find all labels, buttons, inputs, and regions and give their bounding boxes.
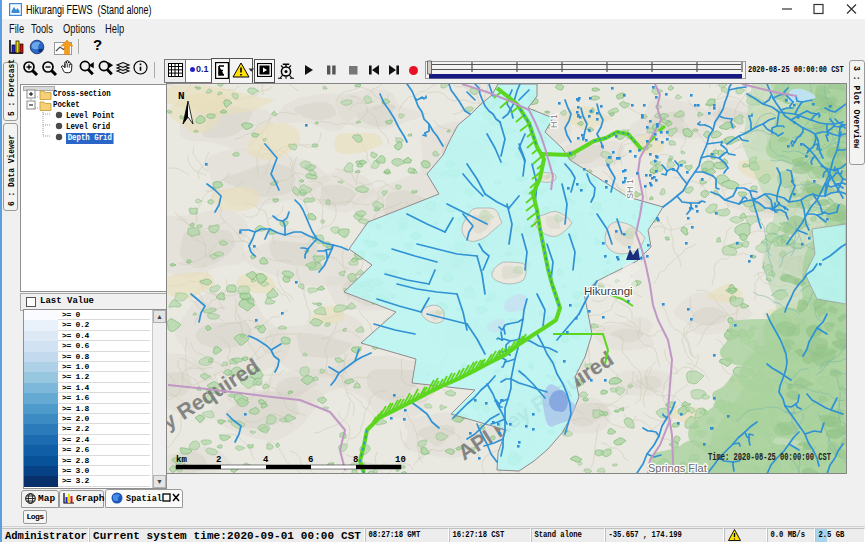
svg-text:8: 8 xyxy=(353,455,358,465)
svg-text:km: km xyxy=(176,455,187,465)
svg-text:10: 10 xyxy=(395,455,406,465)
svg-text:Springs Flat: Springs Flat xyxy=(648,462,707,474)
svg-text:2: 2 xyxy=(216,455,221,465)
svg-text:Time: 2020-08-25 00:00:00 CST: Time: 2020-08-25 00:00:00 CST xyxy=(708,452,831,463)
svg-text:4: 4 xyxy=(263,455,269,465)
svg-text:Hikurangi: Hikurangi xyxy=(584,285,633,297)
svg-text:SH 1: SH 1 xyxy=(625,179,635,199)
svg-text:H 1: H 1 xyxy=(549,114,559,128)
svg-text:N: N xyxy=(178,90,185,102)
svg-text:6: 6 xyxy=(308,455,313,465)
